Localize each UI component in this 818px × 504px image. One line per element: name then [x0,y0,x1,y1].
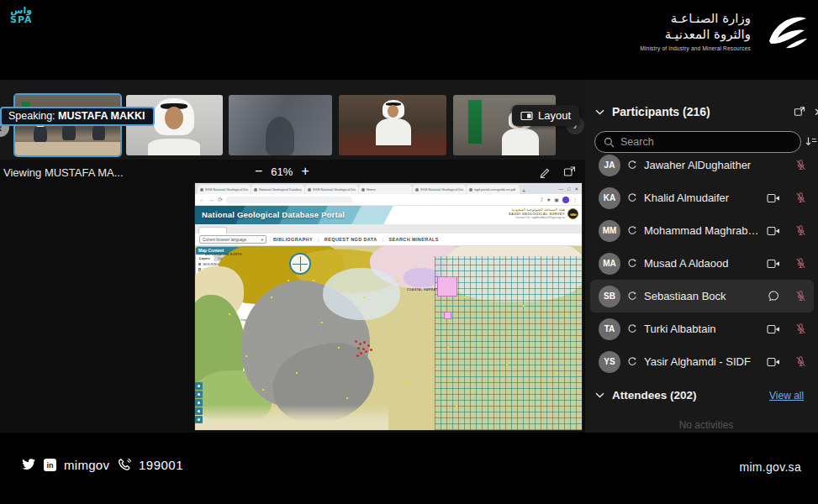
browser-menu-icon[interactable]: ⋮ [573,197,578,202]
tab-favicon [469,188,472,192]
layout-icon [520,111,533,121]
annotate-icon[interactable] [539,165,551,178]
no-activities-text: No activities [639,419,773,431]
participant-name: Jawaher AlDughaither [644,159,760,171]
sgs-logo: هيئة المساحة الجيولوجية السعودية SAUDI G… [509,207,578,220]
screen: واس SPA وزارة الصنـاعـة والثروة المعدنيـ… [0,0,818,504]
language-selector-value: Current browser language [203,238,246,242]
caret-down-icon: ▾ [261,238,263,242]
linkedin-icon[interactable]: in [44,459,56,471]
popout-panel-icon[interactable] [794,106,805,118]
viewing-label: Viewing MUSTAFA MA... [3,166,124,179]
participant-row[interactable]: TA Turki Albabtain [590,312,814,345]
back-icon[interactable]: ← [199,197,205,202]
browser-tab[interactable]: SGS National Geological Datab... [413,185,466,194]
language-selector[interactable]: Current browser language ▾ [199,235,267,244]
ministry-name-arabic-1: وزارة الصنـاعـة [640,11,751,27]
browser-tab[interactable]: SGS National Geological Datab... [305,185,358,194]
avatar: MA [599,253,620,275]
reload-icon[interactable]: ⟳ [218,197,223,203]
camera-on-icon [767,193,780,203]
browser-toolbar: ← → ⟳ ⤴ ★ ▣ ⋮ [195,194,582,206]
participant-name: Khalid Almudaifer [644,192,760,204]
portal-nav-item[interactable]: BIBLIOGRAPHY [273,237,313,242]
map-label: EXPLORATION NORTH [205,253,242,256]
layout-button[interactable]: Layout [512,105,579,126]
share-icon[interactable]: ⤴ [541,197,543,202]
portal-subtab[interactable] [198,227,227,234]
address-bar[interactable] [226,197,352,203]
bookmark-star-icon[interactable]: ★ [546,197,551,202]
layout-button-label: Layout [538,109,571,122]
mic-muted-icon [794,290,807,302]
ministry-name-arabic-2: والثروة المعدنيـة [640,27,751,43]
zoom-out-button[interactable]: − [255,165,262,178]
view-all-link[interactable]: View all [769,390,804,402]
mic-muted-icon [794,192,807,204]
popout-content-icon[interactable] [563,165,576,178]
chevron-down-icon[interactable] [595,392,604,398]
presence-icon [627,291,637,302]
mic-muted-icon [794,323,807,335]
search-input[interactable] [620,136,772,148]
avatar: YS [599,351,620,373]
avatar: SB [599,286,620,307]
spa-logo: واس SPA [10,6,33,24]
browser-tab[interactable]: National Geological Database... [251,185,304,194]
social-handle: mimgov [64,458,109,472]
portal-substrip [195,224,582,234]
sgs-contact: Contact Us: ngdfeedback@sgs.org.sa [509,216,565,220]
geological-map[interactable]: EXPLORATION NORTH COASTAL HARRAT Map Con… [195,246,582,430]
tab-favicon [362,188,365,192]
participant-row[interactable]: KA Khalid Almudaifer [590,181,814,214]
chevron-down-icon[interactable] [595,109,604,115]
ministry-logo: وزارة الصنـاعـة والثروة المعدنيـة Minist… [640,11,810,51]
browser-tab[interactable]: ngd-portal-userguide-en.pdf [467,185,520,194]
zoom-level: 61% [271,165,293,178]
map-tool-strip[interactable] [195,382,203,423]
avatar: TA [599,318,620,340]
attendees-header: Attendees (202) [612,389,697,402]
video-tile-blurred-room[interactable] [229,95,332,155]
presence-icon [627,324,637,334]
portal-nav-item[interactable]: REQUEST NGD DATA [325,237,377,242]
close-icon[interactable]: ✕ [814,106,818,118]
window-controls[interactable]: —□✕ [559,186,582,194]
layer-checkbox[interactable] [198,263,201,265]
extensions-icon[interactable]: ▣ [554,197,559,202]
portal-banner: National Geological Database Portal هيئة… [195,206,582,224]
zoom-in-button[interactable]: + [301,165,309,178]
presence-icon [627,193,637,203]
speaker-name: MUSTAFA MAKKI [58,110,145,122]
participant-name: Turki Albabtain [644,323,760,335]
window-control[interactable]: — [559,186,564,192]
map-label: COASTAL HARRAT [407,288,437,291]
participant-row[interactable]: MA Musad A Aldaood [590,247,814,280]
forward-icon[interactable]: → [208,197,214,202]
presence-icon [627,226,637,236]
video-tile-office-desk[interactable] [339,95,446,155]
portal-nav-item[interactable]: SEARCH MINERALS [388,237,438,242]
mic-muted-icon [794,159,807,171]
participant-row[interactable]: SB Sebastiaan Bock [590,280,814,312]
camera-on-icon [767,324,780,334]
mic-muted-icon [794,224,807,237]
compass-icon[interactable] [289,253,311,275]
browser-profile-avatar[interactable] [562,197,569,203]
mic-muted-icon [794,257,807,270]
participant-row[interactable]: MM Mohammad Maghraby... [590,214,814,247]
participant-row[interactable]: YS Yasir Alghamdi - SIDF [590,345,814,378]
twitter-icon[interactable] [21,459,36,471]
camera-on-icon [767,357,780,367]
participant-name: Mohammad Maghraby... [644,224,760,237]
participant-row[interactable]: JA Jawaher AlDughaither [590,149,814,181]
ministry-swoosh-icon [761,11,810,51]
avatar: KA [599,187,620,209]
browser-tab[interactable]: SGS National Geological Datab... [198,185,251,194]
sort-icon[interactable] [805,135,817,148]
window-control[interactable]: ✕ [574,186,578,192]
window-control[interactable]: □ [567,186,570,192]
new-tab-button[interactable]: + [522,188,525,194]
browser-tab[interactable]: Home [359,185,412,194]
participant-name: Yasir Alghamdi - SIDF [644,355,760,368]
